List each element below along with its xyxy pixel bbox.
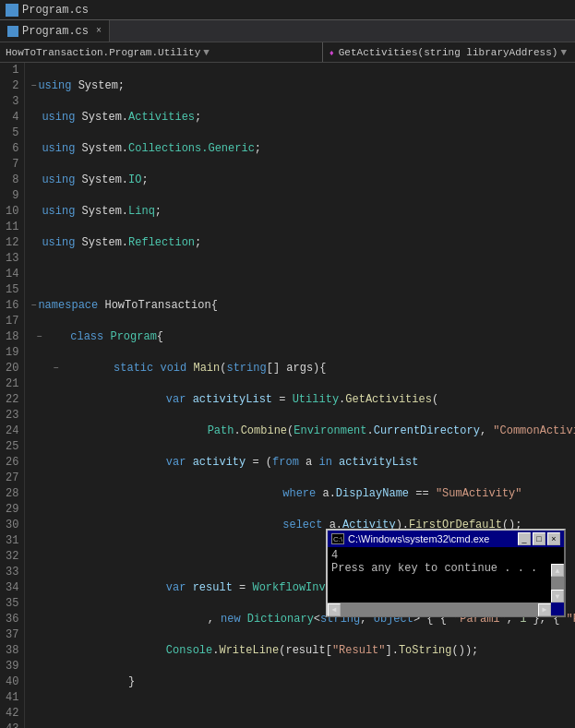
cmd-scroll-track (551, 577, 564, 590)
nav-path-arrow: ▼ (203, 47, 210, 58)
cmd-title-text: C:\Windows\system32\cmd.exe (348, 533, 518, 544)
nav-path-dropdown[interactable]: HowToTransaction.Program.Utility ▼ (0, 42, 323, 62)
nav-path-text: HowToTransaction.Program.Utility (6, 47, 200, 58)
line-numbers: 1 2 3 4 5 6 7 8 9 10 11 12 13 14 15 16 1… (0, 63, 25, 728)
code-area: 1 2 3 4 5 6 7 8 9 10 11 12 13 14 15 16 1… (0, 63, 575, 728)
cmd-maximize-button[interactable]: □ (533, 532, 545, 545)
nav-method-arrow: ▼ (560, 47, 567, 58)
nav-bar: HowToTransaction.Program.Utility ▼ ⬧ Get… (0, 42, 575, 63)
nav-method-text: GetActivities(string libraryAddress) (339, 47, 558, 58)
cmd-hscroll-track (341, 603, 538, 616)
program-cs-tab[interactable]: Program.cs × (0, 20, 110, 42)
cmd-icon: C:\ (331, 533, 344, 544)
cmd-minimize-button[interactable]: _ (518, 532, 531, 545)
tab-bar: Program.cs × (0, 20, 575, 42)
tab-close-button[interactable]: × (96, 26, 102, 36)
tab-label: Program.cs (22, 25, 89, 38)
cmd-output-line-2: Press any key to continue . . . (331, 562, 551, 575)
cmd-body: 4 Press any key to continue . . . (328, 547, 564, 603)
tab-icon (7, 26, 18, 37)
code-content[interactable]: −using System; using System.Activities; … (25, 63, 575, 728)
cmd-hscroll-right-button[interactable]: ▶ (538, 603, 551, 616)
nav-method-dropdown[interactable]: ⬧ GetActivities(string libraryAddress) ▼ (323, 42, 575, 62)
title-icon (6, 4, 18, 17)
cmd-hscroll-left-button[interactable]: ◀ (328, 603, 341, 616)
cmd-close-button[interactable]: × (547, 532, 560, 545)
title-bar: Program.cs (0, 0, 575, 20)
cmd-controls: _ □ × (518, 532, 560, 545)
cmd-title-bar: C:\ C:\Windows\system32\cmd.exe _ □ × (328, 531, 564, 547)
title-text: Program.cs (22, 4, 89, 17)
cmd-hscrollbar[interactable]: ◀ ▶ (328, 603, 551, 615)
cmd-window[interactable]: C:\ C:\Windows\system32\cmd.exe _ □ × 4 … (326, 529, 566, 617)
cmd-scroll-up-button[interactable]: ▲ (551, 564, 564, 577)
cmd-output-line-1: 4 (331, 549, 551, 562)
nav-method-icon: ⬧ (329, 47, 335, 58)
cmd-scrollbar[interactable]: ▲ ▼ (551, 564, 564, 603)
cmd-scroll-down-button[interactable]: ▼ (551, 590, 564, 603)
